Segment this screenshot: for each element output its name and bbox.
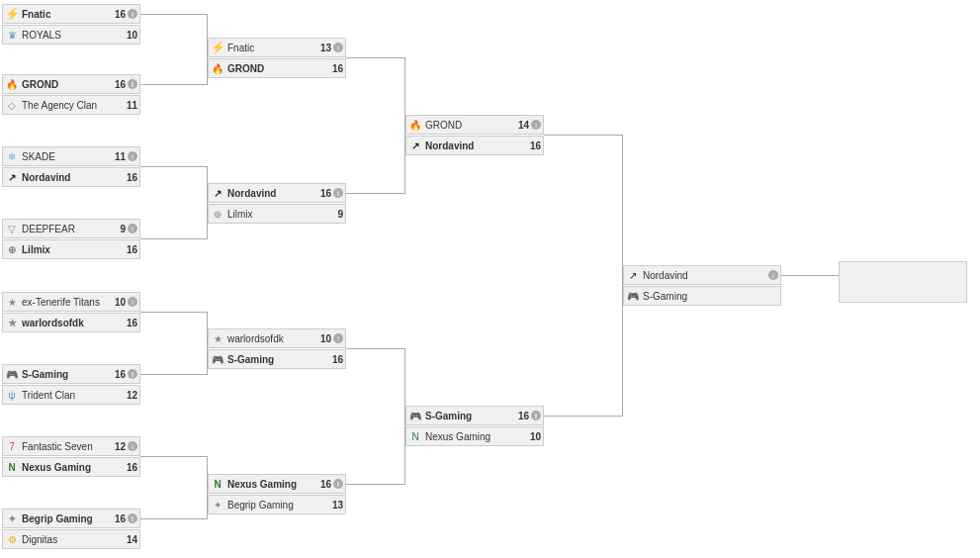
info-icon[interactable]: i [128, 9, 137, 19]
r1-match-5: ★ ex-Tenerife Titans 10 i ★ warlordsofdk… [2, 292, 140, 333]
team-logo: 🔥 [408, 118, 422, 132]
team-name: S-Gaming [643, 291, 762, 302]
team-name: warlordsofdk [227, 333, 315, 344]
team-score: 16 [317, 188, 331, 199]
team-row: ✦ Begrip Gaming 16 i [2, 509, 140, 528]
r3-match-2: 🎮 S-Gaming 16 i N Nexus Gaming 10 [405, 406, 544, 447]
info-icon[interactable]: i [128, 441, 137, 451]
team-name: Nexus Gaming [22, 462, 122, 473]
r1-match-1: ⚡ Fnatic 16 i ♛ ROYALS 10 [2, 4, 140, 46]
team-logo: ★ [211, 331, 224, 345]
team-logo: 7 [5, 439, 19, 453]
team-score: 10 [527, 431, 541, 442]
team-logo: ⚡ [211, 41, 224, 54]
team-logo: 🔥 [5, 77, 19, 91]
team-name: Trident Clan [22, 390, 122, 401]
info-icon[interactable]: i [333, 333, 343, 343]
connector [140, 14, 208, 15]
bracket-container: ⚡ Fnatic 16 i ♛ ROYALS 10 🔥 GROND 16 i ◇… [0, 0, 980, 558]
team-name: Begrip Gaming [22, 513, 110, 524]
r1-match-3: ❄ SKADE 11 i ↗ Nordavind 16 [2, 146, 140, 188]
info-icon[interactable]: i [531, 411, 541, 420]
team-row: ★ warlordsofdk 10 i [208, 328, 346, 348]
info-icon[interactable]: i [128, 151, 137, 161]
team-score: 16 [329, 354, 343, 365]
team-name: Nordavind [22, 172, 122, 183]
team-score: 16 [112, 9, 126, 20]
team-score: 14 [515, 120, 529, 131]
team-logo: ▽ [5, 222, 19, 235]
info-icon[interactable]: i [128, 369, 137, 379]
r3-match-1: 🔥 GROND 14 i ↗ Nordavind 16 [405, 115, 544, 156]
team-score: 16 [317, 479, 331, 490]
r4-match-1: ↗ Nordavind i 🎮 S-Gaming [623, 265, 781, 307]
connector [346, 193, 405, 194]
team-score: 16 [112, 369, 126, 380]
team-score: 16 [124, 172, 137, 183]
team-name: Dignitas [22, 534, 122, 545]
team-score: 9 [112, 224, 126, 234]
team-name: Fnatic [227, 43, 315, 53]
r1-match-6: 🎮 S-Gaming 16 i ψ Trident Clan 12 [2, 364, 140, 406]
team-name: Nordavind [227, 188, 315, 199]
info-icon[interactable]: i [768, 270, 778, 280]
team-score: 10 [112, 297, 126, 308]
connector [346, 348, 405, 349]
team-row: ↗ Nordavind 16 [405, 136, 544, 155]
team-row: N Nexus Gaming 16 i [208, 474, 346, 494]
r2-match-3: ★ warlordsofdk 10 i 🎮 S-Gaming 16 [208, 328, 346, 370]
team-logo: ❄ [5, 149, 19, 163]
team-name: ex-Tenerife Titans [22, 297, 110, 308]
team-row: 🎮 S-Gaming 16 i [2, 364, 140, 384]
team-name: GROND [227, 63, 327, 74]
team-name: S-Gaming [22, 369, 110, 380]
team-name: Nexus Gaming [425, 431, 525, 442]
team-logo: ↗ [408, 139, 422, 152]
team-name: S-Gaming [227, 354, 327, 365]
connector [140, 374, 208, 375]
team-logo: 🎮 [408, 409, 422, 422]
info-icon[interactable]: i [128, 297, 137, 307]
team-score: 12 [112, 441, 126, 452]
team-row: 7 Fantastic Seven 12 i [2, 436, 140, 456]
team-row: 🎮 S-Gaming [623, 286, 781, 306]
team-score: 10 [124, 30, 137, 41]
info-icon[interactable]: i [531, 120, 541, 130]
team-row: ★ ex-Tenerife Titans 10 i [2, 292, 140, 312]
team-row: ↗ Nordavind 16 i [208, 183, 346, 203]
connector [544, 135, 623, 136]
team-logo: N [408, 429, 422, 443]
team-name: The Agency Clan [22, 100, 122, 111]
team-logo: N [5, 460, 19, 474]
connector [346, 484, 405, 485]
team-row: ✦ Begrip Gaming 13 [208, 495, 346, 514]
connector [346, 57, 405, 58]
info-icon[interactable]: i [128, 79, 137, 89]
team-score: 16 [112, 79, 126, 90]
info-icon[interactable]: i [128, 224, 137, 233]
team-name: Fnatic [22, 9, 110, 20]
team-row: 🔥 GROND 14 i [405, 115, 544, 135]
team-row: ψ Trident Clan 12 [2, 385, 140, 405]
team-logo: ↗ [626, 268, 640, 282]
team-logo: ⚙ [5, 532, 19, 546]
info-icon[interactable]: i [333, 188, 343, 198]
team-score: 16 [124, 244, 137, 255]
team-row: ▽ DEEPFEAR 9 i [2, 219, 140, 238]
team-score: 16 [329, 63, 343, 74]
team-name: Begrip Gaming [227, 500, 327, 511]
team-row: ★ warlordsofdk 16 [2, 313, 140, 332]
connector [140, 238, 208, 239]
team-score: 16 [112, 513, 126, 524]
info-icon[interactable]: i [128, 513, 137, 523]
info-icon[interactable]: i [333, 479, 343, 489]
r1-match-2: 🔥 GROND 16 i ◇ The Agency Clan 11 [2, 74, 140, 116]
team-row: ⚙ Dignitas 14 [2, 529, 140, 549]
info-icon[interactable]: i [333, 43, 343, 52]
team-row: ↗ Nordavind i [623, 265, 781, 285]
team-name: Lilmix [22, 244, 122, 255]
team-row: ↗ Nordavind 16 [2, 167, 140, 187]
r2-match-2: ↗ Nordavind 16 i ⊕ Lilmix 9 [208, 183, 346, 225]
team-row: 🔥 GROND 16 i [2, 74, 140, 94]
team-score: 13 [329, 500, 343, 511]
